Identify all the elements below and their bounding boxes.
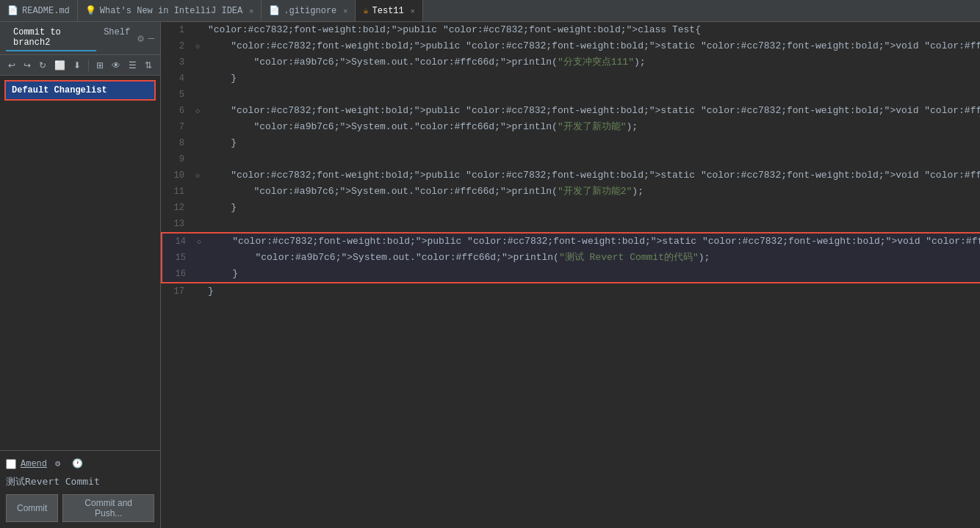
left-panel: Commit to branch2 Shelf ⚙ — ↩ ↪ ↻ ⬜ ⬇ ⊞ … [0, 22, 161, 528]
amend-checkbox[interactable] [6, 459, 16, 469]
gutter-icon-10: ◇ [195, 171, 200, 180]
commit-to-branch-tab[interactable]: Commit to branch2 [6, 25, 96, 51]
commit-message-text: 测试Revert Commit [6, 475, 154, 488]
line-num-7: 7 [161, 122, 190, 132]
line-content-12: } [205, 200, 980, 216]
main-layout: Commit to branch2 Shelf ⚙ — ↩ ↪ ↻ ⬜ ⬇ ⊞ … [0, 22, 980, 528]
tab-readme[interactable]: 📄 README.md [0, 0, 78, 21]
code-lines: 1"color:#cc7832;font-weight:bold;">publi… [161, 22, 980, 300]
code-line-7: 7 "color:#a9b7c6;">System.out."color:#ff… [161, 119, 980, 135]
right-panel: 1"color:#cc7832;font-weight:bold;">publi… [161, 22, 980, 528]
line-content-4: } [205, 70, 980, 87]
code-line-17: 17} [161, 283, 980, 300]
grid-btn[interactable]: ⊞ [93, 59, 107, 72]
line-num-4: 4 [161, 73, 190, 84]
test11-icon: ☕ [363, 5, 368, 16]
download-btn[interactable]: ⬇ [70, 59, 84, 72]
line-num-14: 14 [162, 236, 192, 247]
refresh-btn[interactable]: ↻ [35, 59, 50, 72]
toolbar-separator-1 [88, 59, 89, 71]
code-line-11: 11 "color:#a9b7c6;">System.out."color:#f… [161, 184, 980, 200]
changelist-area: Default Changelist [0, 76, 160, 450]
gutter-10: ◇ [190, 171, 205, 180]
amend-clock-icon[interactable]: 🕐 [68, 457, 87, 471]
tab-gitignore-label: .gitignore [284, 6, 336, 16]
settings-icon[interactable]: ⚙ [137, 32, 143, 45]
tab-whats-new[interactable]: 💡 What's New in IntelliJ IDEA ✕ [78, 0, 262, 21]
line-num-3: 3 [161, 57, 190, 68]
tab-whats-new-close[interactable]: ✕ [249, 7, 253, 15]
line-content-15: "color:#a9b7c6;">System.out."color:#ffc6… [206, 250, 980, 266]
line-num-15: 15 [162, 253, 192, 263]
line-num-6: 6 [161, 106, 190, 116]
line-content-11: "color:#a9b7c6;">System.out."color:#ffc6… [205, 184, 980, 200]
gutter-6: ◇ [190, 106, 205, 115]
line-content-10: "color:#cc7832;font-weight:bold;">public… [205, 167, 980, 184]
sort-btn[interactable]: ⇅ [141, 59, 156, 72]
line-content-3: "color:#a9b7c6;">System.out."color:#ffc6… [205, 54, 980, 70]
commit-header: Commit to branch2 Shelf ⚙ — [0, 22, 160, 55]
list-btn[interactable]: ☰ [125, 59, 140, 72]
line-num-10: 10 [161, 170, 190, 181]
code-line-16: 16 } [161, 266, 980, 283]
tab-test11-close[interactable]: ✕ [411, 7, 415, 15]
line-content-8: } [205, 135, 980, 151]
shelf-tab[interactable]: Shelf [96, 25, 137, 51]
code-line-10: 10◇ "color:#cc7832;font-weight:bold;">pu… [161, 167, 980, 184]
tab-gitignore[interactable]: 📄 .gitignore ✕ [262, 0, 356, 21]
line-num-16: 16 [162, 269, 192, 279]
code-line-8: 8 } [161, 135, 980, 151]
amend-label: Amend [21, 459, 47, 469]
line-num-8: 8 [161, 138, 190, 148]
commit-msg-area: Amend ⚙ 🕐 测试Revert Commit Commit Commit … [0, 450, 160, 528]
code-line-12: 12 } [161, 200, 980, 216]
tab-test11[interactable]: ☕ Test11 ✕ [356, 0, 422, 21]
gutter-14: ◇ [192, 237, 206, 246]
tab-whats-new-label: What's New in IntelliJ IDEA [100, 6, 242, 16]
tab-bar: 📄 README.md 💡 What's New in IntelliJ IDE… [0, 0, 980, 22]
view-btn[interactable]: 👁 [108, 59, 124, 72]
line-num-12: 12 [161, 203, 190, 213]
redo-btn[interactable]: ↪ [20, 59, 35, 72]
minimize-icon[interactable]: — [148, 32, 154, 44]
icon-toolbar: ↩ ↪ ↻ ⬜ ⬇ ⊞ 👁 ☰ ⇅ [0, 55, 160, 76]
line-content-1: "color:#cc7832;font-weight:bold;">public… [205, 22, 980, 38]
gutter-2: ◇ [190, 42, 205, 51]
line-content-14: "color:#cc7832;font-weight:bold;">public… [206, 234, 980, 250]
amend-row: Amend ⚙ 🕐 [6, 457, 154, 471]
gitignore-icon: 📄 [269, 5, 280, 16]
line-num-13: 13 [161, 219, 190, 229]
tab-gitignore-close[interactable]: ✕ [343, 7, 347, 15]
commit-button[interactable]: Commit [6, 494, 58, 522]
undo-btn[interactable]: ↩ [4, 59, 19, 72]
code-line-1: 1"color:#cc7832;font-weight:bold;">publi… [161, 22, 980, 38]
gutter-icon-6: ◇ [195, 106, 200, 115]
commit-and-push-button[interactable]: Commit and Push... [62, 494, 154, 522]
whats-new-icon: 💡 [85, 5, 96, 16]
code-line-6: 6◇ "color:#cc7832;font-weight:bold;">pub… [161, 103, 980, 119]
gutter-icon-14: ◇ [197, 237, 201, 246]
copy-btn[interactable]: ⬜ [51, 59, 69, 72]
line-content-6: "color:#cc7832;font-weight:bold;">public… [205, 103, 980, 119]
code-line-13: 13 [161, 216, 980, 232]
line-num-1: 1 [161, 25, 190, 35]
line-num-9: 9 [161, 154, 190, 164]
line-num-11: 11 [161, 187, 190, 197]
line-num-5: 5 [161, 90, 190, 100]
readme-icon: 📄 [7, 5, 18, 16]
gutter-icon-2: ◇ [195, 42, 200, 51]
code-line-2: 2◇ "color:#cc7832;font-weight:bold;">pub… [161, 38, 980, 54]
code-area[interactable]: 1"color:#cc7832;font-weight:bold;">publi… [161, 22, 980, 528]
line-content-9 [205, 151, 980, 167]
commit-buttons: Commit Commit and Push... [6, 494, 154, 522]
code-line-14: 14◇ "color:#cc7832;font-weight:bold;">pu… [161, 232, 980, 250]
line-content-16: } [206, 266, 980, 282]
default-changelist-item[interactable]: Default Changelist [4, 80, 156, 101]
amend-settings-icon[interactable]: ⚙ [51, 457, 64, 471]
code-line-3: 3 "color:#a9b7c6;">System.out."color:#ff… [161, 54, 980, 70]
line-content-5 [205, 87, 980, 103]
code-line-4: 4 } [161, 70, 980, 87]
code-line-15: 15 "color:#a9b7c6;">System.out."color:#f… [161, 250, 980, 266]
tab-test11-label: Test11 [372, 6, 404, 16]
line-content-7: "color:#a9b7c6;">System.out."color:#ffc6… [205, 119, 980, 135]
